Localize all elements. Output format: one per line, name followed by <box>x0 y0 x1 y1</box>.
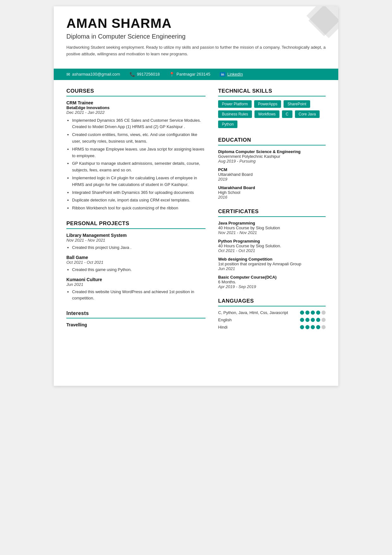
dot-filled <box>300 325 304 329</box>
projects-section: PERSONAL PROJECTS Library Management Sys… <box>66 220 205 302</box>
dot-filled <box>316 325 320 329</box>
cert-date: Jun 2021 <box>218 266 326 271</box>
project-item: Ball GameOct 2021 - Oct 2021Created this… <box>66 255 205 273</box>
course-company: BetaEdge Innovations <box>66 105 205 110</box>
project-bullets: Created this website Using WordPress and… <box>66 289 205 302</box>
dot-filled <box>311 318 315 322</box>
dot-filled <box>305 318 309 322</box>
project-name: Ball Game <box>66 255 205 260</box>
education-section: EDUCATION Diploma Computer Science & Eng… <box>218 137 326 200</box>
candidate-summary: Hardworking Student seeking employment. … <box>66 44 326 58</box>
phone-icon: 📞 <box>130 72 135 77</box>
dot-filled <box>311 325 315 329</box>
project-bullets: Created this project Using Java . <box>66 244 205 251</box>
language-dots <box>300 311 326 315</box>
interests-container: Travelling <box>66 322 205 327</box>
languages-section: LANGUAGES C, Python, Java, Html, Css, Ja… <box>218 298 326 330</box>
contact-bar: ✉ asharmaa100@gmail.com 📞 9917256018 📍 P… <box>54 69 338 80</box>
project-item: Kumaoni CultureJun 2021Created this webs… <box>66 277 205 302</box>
education-container: Diploma Computer Science & EngineeringGo… <box>218 149 326 200</box>
edu-school: Government Polytechnic Kashipur <box>218 154 326 159</box>
dot-filled <box>311 311 315 315</box>
skill-tag: Python <box>218 120 237 128</box>
skill-tag: Core Java <box>295 110 320 118</box>
course-bullet-item: Integrated SharePoint with Dynamics 365 … <box>72 189 205 196</box>
cert-detail: 1st position that organized by Amrapali … <box>218 262 326 266</box>
language-dots <box>300 318 326 322</box>
dot-empty <box>322 311 326 315</box>
education-item: PCMUttarakhand Board2019 <box>218 167 326 182</box>
course-bullet-item: Created custom entities, forms, views, e… <box>72 132 205 145</box>
cert-name: Java Programming <box>218 221 326 225</box>
cert-date: Oct 2021 - Oct 2021 <box>218 248 326 253</box>
project-bullet-item: Created this game using Python. <box>72 267 205 273</box>
contact-email: ✉ asharmaa100@gmail.com <box>66 72 120 77</box>
contact-linkedin[interactable]: in LinkedIn <box>220 72 243 77</box>
email-icon: ✉ <box>66 72 70 77</box>
cert-detail: 6 Months. <box>218 280 326 284</box>
cert-item: Java Programming40 Hours Course by Slog … <box>218 221 326 235</box>
interest-item: Travelling <box>66 322 205 327</box>
main-content: COURSES CRM Trainee BetaEdge Innovations… <box>54 80 338 346</box>
edu-school: Uttarakhand Board <box>218 172 326 177</box>
courses-section: COURSES CRM Trainee BetaEdge Innovations… <box>66 88 205 212</box>
language-item: English <box>218 318 326 322</box>
language-name: English <box>218 318 300 322</box>
right-column: TECHNICAL SKILLS Power PlatformPowerApps… <box>218 88 326 338</box>
linkedin-icon: in <box>220 72 225 77</box>
dot-filled <box>316 311 320 315</box>
project-bullet-item: Created this website Using WordPress and… <box>72 289 205 302</box>
cert-detail: 40 Hours Course by Slog Solution <box>218 225 326 230</box>
language-item: Hindi <box>218 325 326 330</box>
contact-location: 📍 Pantnagar 263145 <box>169 72 210 77</box>
certificates-section: CERTIFICATES Java Programming40 Hours Co… <box>218 208 326 289</box>
cert-name: Python Programming <box>218 239 326 244</box>
edu-degree: PCM <box>218 167 326 172</box>
skill-tag: SharePoint <box>284 100 310 108</box>
left-column: COURSES CRM Trainee BetaEdge Innovations… <box>66 88 205 338</box>
dot-filled <box>305 325 309 329</box>
language-dots <box>300 325 326 329</box>
project-name: Kumaoni Culture <box>66 277 205 282</box>
course-bullets: Implemented Dynamics 365 CE Sales and Cu… <box>66 117 205 212</box>
education-item: Uttarakhand BoardHigh School2016 <box>218 185 326 200</box>
project-date: Jun 2021 <box>66 282 205 287</box>
language-item: C, Python, Java, Html, Css, Javascript <box>218 310 326 315</box>
candidate-name: AMAN SHARMA <box>66 16 326 31</box>
dot-filled <box>300 318 304 322</box>
cert-item: Python Programming40 Hours Course by Slo… <box>218 239 326 253</box>
dot-empty <box>322 318 326 322</box>
cert-item: Basic Computer Course(DCA)6 Months.Apr 2… <box>218 275 326 289</box>
skill-tag: C <box>282 110 292 118</box>
course-bullet-item: Implemented logic in C# plugin for calcu… <box>72 175 205 188</box>
education-item: Diploma Computer Science & EngineeringGo… <box>218 149 326 163</box>
edu-date: 2016 <box>218 195 326 200</box>
interests-section: Interests Travelling <box>66 311 205 327</box>
candidate-title: Diploma in Computer Science Engineering <box>66 32 326 40</box>
project-item: Library Management SystemNov 2021 - Nov … <box>66 233 205 251</box>
resume-page: AMAN SHARMA Diploma in Computer Science … <box>54 6 338 386</box>
certificates-title: CERTIFICATES <box>218 208 326 217</box>
cert-date: Apr 2019 - Sep 2019 <box>218 284 326 289</box>
certificates-container: Java Programming40 Hours Course by Slog … <box>218 221 326 289</box>
location-icon: 📍 <box>169 72 175 77</box>
edu-school: High School <box>218 190 326 195</box>
skill-tag: Workflows <box>254 110 279 118</box>
project-date: Nov 2021 - Nov 2021 <box>66 238 205 243</box>
linkedin-link[interactable]: LinkedIn <box>227 72 243 77</box>
dot-filled <box>316 318 320 322</box>
edu-degree: Uttarakhand Board <box>218 185 326 190</box>
project-bullet-item: Created this project Using Java . <box>72 244 205 251</box>
course-bullet-item: HRMS to manage Employee leaves. use Java… <box>72 146 205 159</box>
projects-title: PERSONAL PROJECTS <box>66 220 205 229</box>
course-role: CRM Trainee <box>66 100 205 105</box>
languages-container: C, Python, Java, Html, Css, JavascriptEn… <box>218 310 326 330</box>
edu-date: 2019 <box>218 177 326 182</box>
courses-title: COURSES <box>66 88 205 96</box>
header-section: AMAN SHARMA Diploma in Computer Science … <box>54 6 338 64</box>
course-bullet-item: GP Kashipur to manage student admissions… <box>72 160 205 174</box>
edu-date: Aug 2019 - Pursuing <box>218 159 326 163</box>
skill-tag: PowerApps <box>254 100 281 108</box>
skill-tag: Business Rules <box>218 110 252 118</box>
dot-filled <box>300 311 304 315</box>
